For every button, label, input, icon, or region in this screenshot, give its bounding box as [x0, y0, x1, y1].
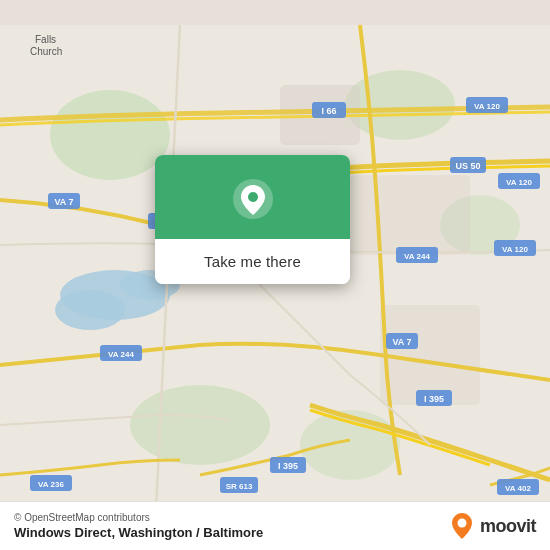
- svg-text:SR 613: SR 613: [226, 482, 253, 491]
- svg-point-2: [345, 70, 455, 140]
- svg-text:VA 120: VA 120: [502, 245, 528, 254]
- svg-text:VA 244: VA 244: [108, 350, 134, 359]
- bottom-bar-left: © OpenStreetMap contributors Windows Dir…: [14, 512, 263, 540]
- svg-text:US 50: US 50: [455, 161, 480, 171]
- svg-text:VA 120: VA 120: [506, 178, 532, 187]
- svg-text:VA 244: VA 244: [404, 252, 430, 261]
- svg-point-45: [248, 192, 258, 202]
- svg-point-46: [457, 519, 466, 528]
- svg-text:VA 7: VA 7: [54, 197, 73, 207]
- popup-card: Take me there: [155, 155, 350, 284]
- svg-point-5: [300, 410, 400, 480]
- svg-text:VA 236: VA 236: [38, 480, 64, 489]
- svg-text:VA 402: VA 402: [505, 484, 531, 493]
- moovit-logo: moovit: [450, 512, 536, 540]
- svg-text:Falls: Falls: [35, 34, 56, 45]
- svg-rect-10: [350, 175, 470, 255]
- svg-text:VA 7: VA 7: [392, 337, 411, 347]
- svg-point-1: [50, 90, 170, 180]
- osm-attribution: © OpenStreetMap contributors: [14, 512, 263, 523]
- map-container: I 66 VA 120 VA 7 US 50 VA 120 VA 244 VA …: [0, 0, 550, 550]
- popup-header: [155, 155, 350, 239]
- location-title: Windows Direct, Washington / Baltimore: [14, 525, 263, 540]
- svg-point-4: [130, 385, 270, 465]
- svg-text:I 66: I 66: [321, 106, 336, 116]
- take-me-there-button[interactable]: Take me there: [155, 239, 350, 284]
- svg-text:VA 120: VA 120: [474, 102, 500, 111]
- svg-text:I 395: I 395: [424, 394, 444, 404]
- svg-point-7: [55, 290, 125, 330]
- moovit-text: moovit: [480, 516, 536, 537]
- location-pin-icon: [231, 177, 275, 221]
- bottom-bar: © OpenStreetMap contributors Windows Dir…: [0, 501, 550, 550]
- moovit-pin-icon: [450, 512, 474, 540]
- svg-text:I 395: I 395: [278, 461, 298, 471]
- svg-text:Church: Church: [30, 46, 62, 57]
